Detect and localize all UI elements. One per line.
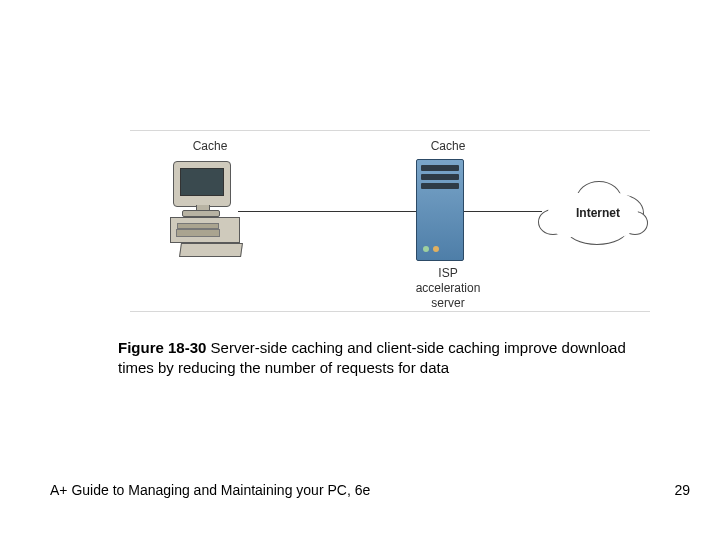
label-server-cache: Cache <box>408 139 488 153</box>
network-diagram: Cache Cache ISP acceleration server Inte… <box>130 130 650 312</box>
footer-book-title: A+ Guide to Managing and Maintaining you… <box>50 482 370 498</box>
connection-server-to-internet <box>462 211 542 212</box>
keyboard-icon <box>179 243 243 257</box>
footer-page-number: 29 <box>674 482 690 498</box>
internet-cloud-icon: Internet <box>538 171 648 249</box>
monitor-icon <box>173 161 231 207</box>
label-client-cache: Cache <box>170 139 250 153</box>
figure-caption: Figure 18-30 Server-side caching and cli… <box>118 338 638 379</box>
desktop-tower-icon <box>170 217 240 243</box>
label-isp-server: ISP acceleration server <box>408 266 488 311</box>
monitor-base-icon <box>182 210 220 217</box>
label-internet: Internet <box>563 206 633 220</box>
client-computer-icon <box>170 161 260 261</box>
slide: Cache Cache ISP acceleration server Inte… <box>0 0 720 540</box>
figure-number: Figure 18-30 <box>118 339 206 356</box>
isp-server-icon <box>416 159 464 261</box>
connection-client-to-server <box>238 211 416 212</box>
